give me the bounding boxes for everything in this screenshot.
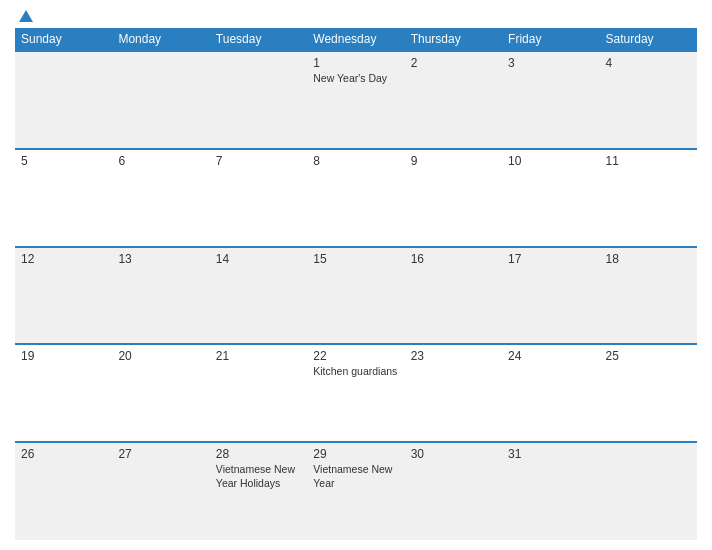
weekday-header-wednesday: Wednesday [307, 28, 404, 51]
day-number: 8 [313, 154, 398, 168]
day-cell [15, 51, 112, 149]
day-cell: 28Vietnamese New Year Holidays [210, 442, 307, 540]
day-number: 7 [216, 154, 301, 168]
day-number: 20 [118, 349, 203, 363]
calendar-header: SundayMondayTuesdayWednesdayThursdayFrid… [15, 28, 697, 51]
day-cell: 7 [210, 149, 307, 247]
day-cell [600, 442, 697, 540]
day-cell: 22Kitchen guardians [307, 344, 404, 442]
calendar-wrapper: SundayMondayTuesdayWednesdayThursdayFrid… [0, 0, 712, 550]
day-number: 1 [313, 56, 398, 70]
day-cell: 27 [112, 442, 209, 540]
day-cell: 29Vietnamese New Year [307, 442, 404, 540]
weekday-header-saturday: Saturday [600, 28, 697, 51]
day-number: 29 [313, 447, 398, 461]
day-number: 18 [606, 252, 691, 266]
day-number: 21 [216, 349, 301, 363]
day-number: 3 [508, 56, 593, 70]
day-cell: 30 [405, 442, 502, 540]
day-cell: 15 [307, 247, 404, 345]
day-cell [210, 51, 307, 149]
day-number: 5 [21, 154, 106, 168]
day-number: 11 [606, 154, 691, 168]
day-number: 31 [508, 447, 593, 461]
day-cell: 9 [405, 149, 502, 247]
day-cell: 26 [15, 442, 112, 540]
day-cell: 24 [502, 344, 599, 442]
week-row-4: 262728Vietnamese New Year Holidays29Viet… [15, 442, 697, 540]
day-cell: 18 [600, 247, 697, 345]
logo [15, 10, 37, 22]
day-cell: 20 [112, 344, 209, 442]
day-cell: 6 [112, 149, 209, 247]
day-number: 15 [313, 252, 398, 266]
day-cell: 5 [15, 149, 112, 247]
day-cell: 16 [405, 247, 502, 345]
day-cell: 4 [600, 51, 697, 149]
weekday-header-tuesday: Tuesday [210, 28, 307, 51]
day-cell: 31 [502, 442, 599, 540]
week-row-1: 567891011 [15, 149, 697, 247]
day-number: 17 [508, 252, 593, 266]
weekday-header-row: SundayMondayTuesdayWednesdayThursdayFrid… [15, 28, 697, 51]
calendar-table: SundayMondayTuesdayWednesdayThursdayFrid… [15, 28, 697, 540]
day-number: 14 [216, 252, 301, 266]
day-number: 9 [411, 154, 496, 168]
week-row-0: 1New Year's Day234 [15, 51, 697, 149]
day-cell: 19 [15, 344, 112, 442]
weekday-header-sunday: Sunday [15, 28, 112, 51]
day-cell: 17 [502, 247, 599, 345]
day-cell: 14 [210, 247, 307, 345]
day-number: 22 [313, 349, 398, 363]
day-number: 6 [118, 154, 203, 168]
day-event: Vietnamese New Year Holidays [216, 463, 301, 490]
day-number: 10 [508, 154, 593, 168]
day-cell: 8 [307, 149, 404, 247]
day-cell: 1New Year's Day [307, 51, 404, 149]
day-number: 26 [21, 447, 106, 461]
day-number: 4 [606, 56, 691, 70]
day-number: 12 [21, 252, 106, 266]
day-number: 2 [411, 56, 496, 70]
day-cell: 10 [502, 149, 599, 247]
day-number: 23 [411, 349, 496, 363]
day-number: 28 [216, 447, 301, 461]
week-row-3: 19202122Kitchen guardians232425 [15, 344, 697, 442]
day-cell: 2 [405, 51, 502, 149]
weekday-header-monday: Monday [112, 28, 209, 51]
header-row [15, 10, 697, 22]
calendar-body: 1New Year's Day2345678910111213141516171… [15, 51, 697, 540]
day-cell: 13 [112, 247, 209, 345]
day-number: 27 [118, 447, 203, 461]
day-event: New Year's Day [313, 72, 398, 86]
weekday-header-thursday: Thursday [405, 28, 502, 51]
day-event: Kitchen guardians [313, 365, 398, 379]
day-event: Vietnamese New Year [313, 463, 398, 490]
day-cell: 23 [405, 344, 502, 442]
logo-triangle-icon [19, 10, 33, 22]
day-cell: 12 [15, 247, 112, 345]
weekday-header-friday: Friday [502, 28, 599, 51]
day-cell: 25 [600, 344, 697, 442]
day-number: 30 [411, 447, 496, 461]
day-cell [112, 51, 209, 149]
day-cell: 21 [210, 344, 307, 442]
week-row-2: 12131415161718 [15, 247, 697, 345]
day-cell: 11 [600, 149, 697, 247]
day-number: 19 [21, 349, 106, 363]
day-number: 24 [508, 349, 593, 363]
day-cell: 3 [502, 51, 599, 149]
day-number: 16 [411, 252, 496, 266]
day-number: 13 [118, 252, 203, 266]
day-number: 25 [606, 349, 691, 363]
